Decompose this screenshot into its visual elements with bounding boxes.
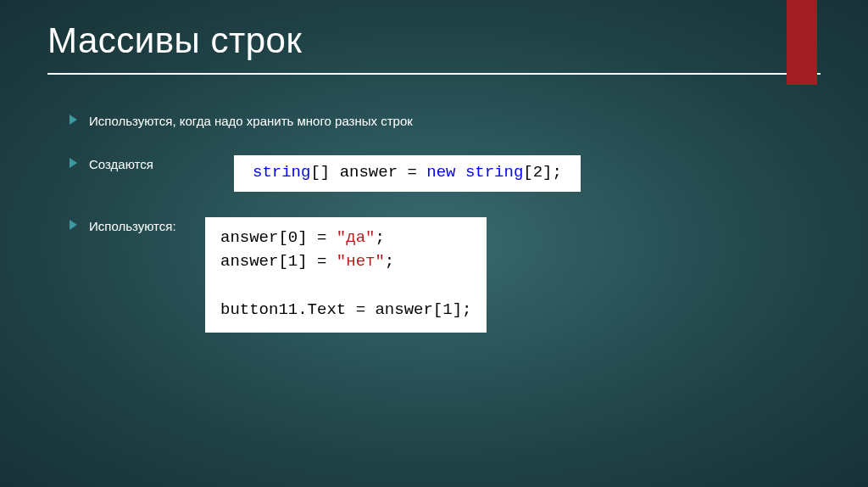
code-token: ; [375,228,384,247]
title-underline [47,73,821,75]
bullet-item-2: Создаются [70,155,200,173]
code-token [455,163,465,182]
code-snippet-declaration: string[] answer = new string[2]; [234,155,581,192]
bullet-item-1: Используются, когда надо хранить много р… [70,112,821,130]
bullet-row-2: Создаются string[] answer = new string[2… [70,155,821,192]
code-snippet-usage: answer[0] = "да"; answer[1] = "нет"; but… [205,217,487,333]
code-token: string [465,163,523,182]
bullet-item-3: Используются: [70,217,200,235]
bullet-list: Используются, когда надо хранить много р… [70,112,821,333]
bullet-row-3: Используются: answer[0] = "да"; answer[1… [70,217,821,333]
accent-bar [787,0,817,85]
code-token: button11.Text = answer[1]; [220,300,471,319]
code-token: answer[0] = [220,228,337,247]
code-token: ; [385,252,394,271]
code-token: [] answer = [310,163,426,182]
code-token: [2]; [523,163,562,182]
arrow-right-icon [70,115,77,125]
code-token: string [253,163,310,182]
code-token: new [426,163,455,182]
code-token: "нет" [337,252,385,271]
slide-title: Массивы строк [47,20,821,61]
bullet-text-3: Используются: [89,217,176,235]
bullet-text-2: Создаются [89,155,153,173]
code-token: "да" [337,228,376,247]
slide-content: Массивы строк Используются, когда надо х… [0,0,868,333]
bullet-text-1: Используются, когда надо хранить много р… [89,112,413,130]
code-token: answer[1] = [220,252,337,271]
arrow-right-icon [70,220,77,230]
arrow-right-icon [70,158,77,168]
